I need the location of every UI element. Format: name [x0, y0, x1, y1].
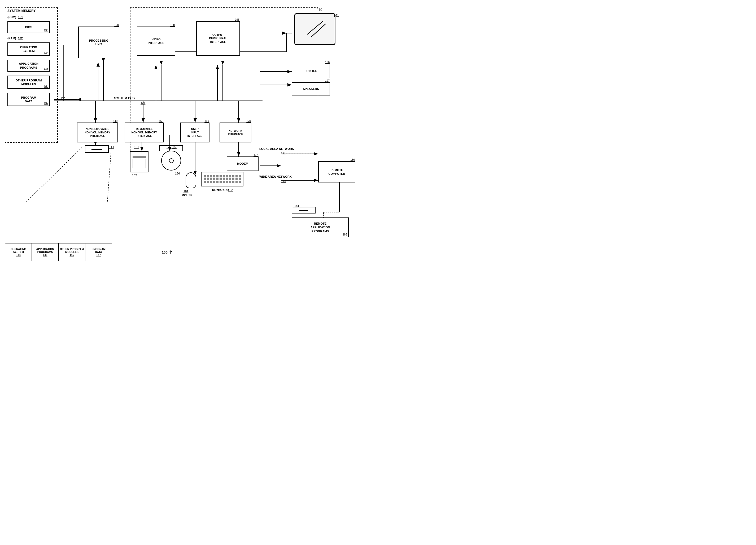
wan-label: WIDE AREA NETWORK	[259, 175, 292, 178]
remote-computer-box: REMOTE COMPUTER 180	[318, 161, 355, 182]
hdd-device: ▬▬▬▬▬	[85, 145, 109, 153]
ref-173: 173	[281, 180, 286, 183]
os-box: OPERATING SYSTEM 134	[7, 42, 50, 56]
speakers-box: SPEAKERS 197	[292, 82, 330, 95]
modem-box: MODEM 172	[227, 156, 259, 171]
ref-181: 181	[294, 204, 299, 207]
mouse-label: MOUSE	[182, 194, 192, 197]
keyboard-label: KEYBOARD	[212, 188, 229, 191]
ref-161: 161	[183, 190, 188, 193]
svg-line-30	[107, 147, 111, 202]
bottom-data-cell: PROGRAM DATA 147	[85, 243, 112, 261]
video-interface-box: VIDEO INTERFACE 190	[137, 27, 175, 56]
ref-162: 162	[228, 188, 233, 191]
svg-line-37	[311, 24, 326, 37]
network-interface-box: NETWORK INTERFACE 170	[220, 123, 251, 142]
ref-130: 130	[60, 97, 65, 100]
ref-141: 141	[109, 145, 114, 149]
ref-155: 155	[172, 145, 177, 149]
printer-box: PRINTER 196	[292, 64, 330, 78]
floppy-icon	[130, 151, 148, 172]
user-input-box: USER INPUT INTERFACE 160	[180, 123, 209, 142]
ref-156: 156	[175, 172, 180, 175]
cd-icon	[161, 151, 181, 171]
diagram: 110 SYSTEM MEMORY (ROM) 131 BIOS 133 (RA…	[0, 0, 378, 272]
ref-152: 152	[132, 174, 137, 177]
ram-label: (RAM) 132	[7, 37, 23, 40]
bios-box: BIOS 133	[7, 21, 50, 33]
processing-unit-box: PROCESSING UNIT 120	[78, 27, 119, 58]
keyboard-icon	[201, 172, 243, 186]
monitor-icon	[294, 13, 335, 45]
mouse-icon	[186, 172, 196, 188]
non-removable-box: NON-REMOVABLE NON-VOL. MEMORY INTERFACE …	[77, 123, 118, 142]
ref-151: 151	[134, 145, 139, 149]
ref-110: 110	[317, 8, 322, 12]
remote-device: ▬▬▬▬	[292, 207, 316, 213]
cd-drive-device: ══════	[159, 145, 183, 151]
lan-label: LOCAL AREA NETWORK	[259, 147, 294, 150]
app-programs-box: APPLICATION PROGRAMS 135	[7, 60, 50, 72]
other-modules-box: OTHER PROGRAM MODULES 136	[7, 76, 50, 89]
bottom-modules-cell: OTHER PROGRAM MODULES 146	[59, 243, 86, 261]
bottom-table: OPERATING SYSTEM 144 APPLICATION PROGRAM…	[5, 243, 112, 261]
rom-label: (ROM) 131	[7, 15, 23, 19]
ref-121: 121	[141, 101, 145, 104]
program-data-box: PROGRAM DATA 137	[7, 93, 50, 106]
bottom-os-cell: OPERATING SYSTEM 144	[5, 243, 32, 261]
monitor-screen	[302, 19, 328, 40]
output-peripheral-box: OUTPUT PERIPHERAL INTERFACE 195	[196, 21, 240, 56]
svg-line-36	[307, 21, 323, 34]
svg-line-29	[27, 147, 82, 202]
system-memory-title: SYSTEM MEMORY	[7, 9, 36, 13]
removable-box: REMOVABLE NON-VOL. MEMORY INTERFACE 150	[125, 123, 164, 142]
ref-191: 191	[334, 14, 339, 18]
main-ref-label: 100 ↗	[162, 249, 173, 255]
remote-app-box: REMOTE APPLICATION PROGRAMS 185	[292, 217, 349, 237]
system-bus-label: SYSTEM BUS	[114, 96, 135, 100]
bottom-app-cell: APPLICATION PROGRAMS 145	[32, 243, 59, 261]
ref-171: 171	[281, 152, 286, 155]
